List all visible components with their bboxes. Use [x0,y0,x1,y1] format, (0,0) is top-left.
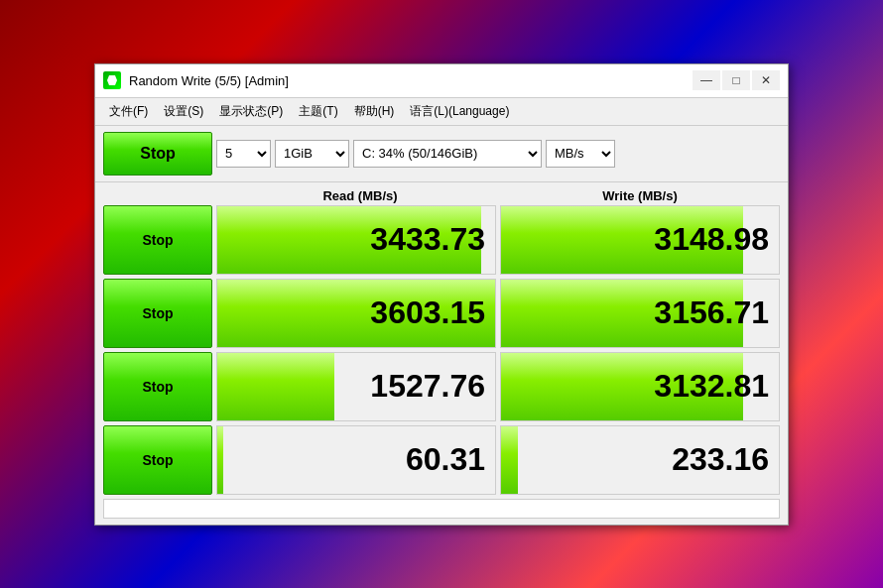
table-row: Stop 3603.15 3156.71 [103,279,780,348]
table-row: Stop 60.31 233.16 [103,425,780,495]
write-cell-row4: 233.16 [500,425,780,495]
progress-bar [103,499,780,519]
table-row: Stop 3433.73 3148.98 [103,205,780,275]
title-bar-buttons: — □ ✕ [693,70,780,90]
menu-bar: 文件(F) 设置(S) 显示状态(P) 主题(T) 帮助(H) 语言(L)(La… [95,98,788,126]
menu-theme[interactable]: 主题(T) [291,100,345,123]
table-row: Stop 1527.76 3132.81 [103,352,780,421]
menu-display[interactable]: 显示状态(P) [211,100,291,123]
drive-select[interactable]: C: 34% (50/146GiB) [353,140,542,168]
menu-language[interactable]: 语言(L)(Language) [402,100,517,123]
write-value-row3: 3132.81 [501,353,779,420]
minimize-button[interactable]: — [693,70,720,90]
count-select[interactable]: 5 [216,140,271,168]
main-window: Random Write (5/5) [Admin] — □ ✕ 文件(F) 设… [94,63,789,526]
read-cell-row2: 3603.15 [216,279,496,348]
write-value-row4: 233.16 [501,426,779,494]
menu-settings[interactable]: 设置(S) [156,100,211,123]
read-cell-row4: 60.31 [216,425,496,495]
app-icon [103,71,121,89]
size-select[interactable]: 1GiB [275,140,349,168]
menu-help[interactable]: 帮助(H) [346,100,403,123]
toolbar: Stop 5 1GiB C: 34% (50/146GiB) MB/s [95,126,788,182]
main-stop-button[interactable]: Stop [103,132,212,176]
write-header: Write (MB/s) [500,188,780,203]
read-cell-row1: 3433.73 [216,205,496,275]
write-value-row1: 3148.98 [501,206,779,274]
write-value-row2: 3156.71 [501,280,779,347]
menu-file[interactable]: 文件(F) [101,100,156,123]
stop-button-row3[interactable]: Stop [103,352,212,421]
stop-button-row1[interactable]: Stop [103,205,212,275]
write-cell-row3: 3132.81 [500,352,780,421]
write-cell-row2: 3156.71 [500,279,780,348]
window-title: Random Write (5/5) [Admin] [129,73,693,88]
maximize-button[interactable]: □ [722,70,750,90]
content-area: Read (MB/s) Write (MB/s) Stop 3433.73 31… [95,182,788,525]
stop-button-row4[interactable]: Stop [103,425,212,495]
read-value-row1: 3433.73 [217,206,495,274]
read-value-row4: 60.31 [217,426,495,494]
read-value-row2: 3603.15 [217,280,495,347]
stop-button-row2[interactable]: Stop [103,279,212,348]
read-header: Read (MB/s) [220,188,500,203]
unit-select[interactable]: MB/s [546,140,615,168]
close-button[interactable]: ✕ [752,70,780,90]
write-cell-row1: 3148.98 [500,205,780,275]
title-bar: Random Write (5/5) [Admin] — □ ✕ [95,64,788,98]
read-value-row3: 1527.76 [217,353,495,420]
column-headers: Read (MB/s) Write (MB/s) [220,188,780,203]
read-cell-row3: 1527.76 [216,352,496,421]
